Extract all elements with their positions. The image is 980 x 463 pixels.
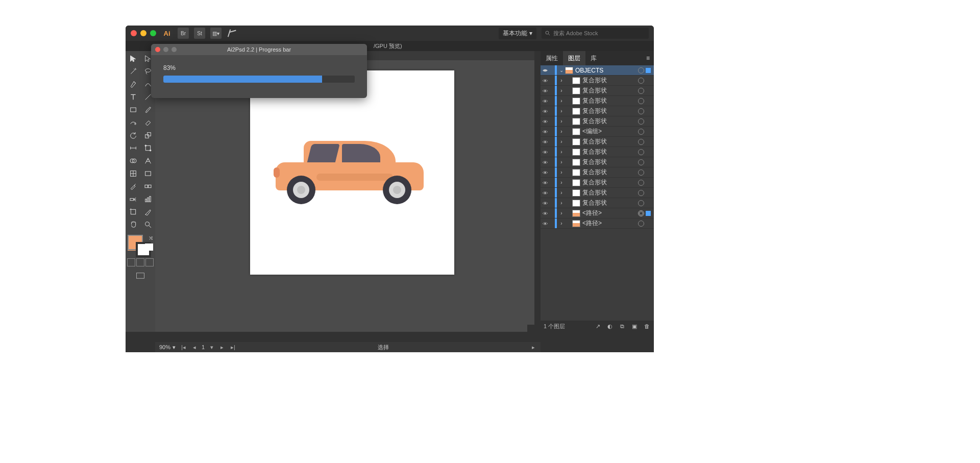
visibility-toggle[interactable] (541, 139, 550, 145)
expand-toggle[interactable]: ⌄ (558, 67, 565, 73)
target-icon[interactable] (638, 129, 644, 135)
scale-tool[interactable] (140, 129, 155, 141)
stock-chip-icon[interactable]: St (194, 28, 205, 39)
visibility-toggle[interactable] (541, 118, 550, 125)
artboard[interactable] (250, 70, 454, 275)
visibility-toggle[interactable] (541, 180, 550, 186)
mesh-tool[interactable] (126, 167, 140, 180)
artboard-tool[interactable] (126, 205, 140, 218)
status-menu[interactable]: ▸ (530, 344, 536, 351)
new-layer-icon[interactable]: ▣ (630, 322, 639, 330)
layer-row[interactable]: ›复合形状 (541, 116, 654, 127)
target-icon[interactable] (638, 169, 644, 176)
layer-row[interactable]: ›<路径> (541, 218, 654, 229)
gradient-tool[interactable] (140, 167, 155, 180)
layer-row[interactable]: ›复合形状 (541, 147, 654, 157)
target-icon[interactable] (638, 67, 644, 74)
visibility-toggle[interactable] (541, 108, 550, 114)
target-icon[interactable] (638, 210, 644, 216)
shape-builder-tool[interactable] (126, 154, 140, 167)
tab-layers[interactable]: 图层 (563, 51, 585, 65)
blend-tool[interactable] (140, 180, 155, 192)
target-icon[interactable] (638, 149, 644, 155)
layer-row[interactable]: ›复合形状 (541, 167, 654, 178)
layer-row[interactable]: ›复合形状 (541, 86, 654, 96)
target-icon[interactable] (638, 159, 644, 165)
visibility-toggle[interactable] (541, 88, 550, 94)
last-artboard-button[interactable]: ▸| (229, 344, 237, 351)
slice-tool[interactable] (140, 205, 155, 218)
target-icon[interactable] (638, 108, 644, 114)
expand-toggle[interactable]: › (558, 210, 565, 216)
magic-wand-tool[interactable] (126, 65, 140, 78)
tab-libraries[interactable]: 库 (585, 51, 602, 65)
expand-toggle[interactable]: › (558, 159, 565, 165)
stock-search[interactable]: 搜索 Adobe Stock (542, 28, 649, 39)
expand-toggle[interactable]: › (558, 180, 565, 185)
bridge-chip-icon[interactable]: Br (178, 28, 189, 39)
first-artboard-button[interactable]: |◂ (180, 344, 187, 351)
width-tool[interactable] (126, 141, 140, 154)
visibility-toggle[interactable] (541, 210, 550, 216)
layer-row[interactable]: ›复合形状 (541, 106, 654, 116)
layer-row[interactable]: ›复合形状 (541, 96, 654, 106)
visibility-toggle[interactable] (541, 129, 550, 135)
expand-toggle[interactable]: › (558, 221, 565, 226)
zoom-tool[interactable] (140, 218, 155, 231)
perspective-tool[interactable] (140, 154, 155, 167)
visibility-toggle[interactable] (541, 67, 550, 74)
rotate-tool[interactable] (126, 129, 140, 141)
layer-row[interactable]: ›<路径> (541, 208, 654, 218)
visibility-toggle[interactable] (541, 149, 550, 155)
visibility-toggle[interactable] (541, 159, 550, 165)
hand-tool[interactable] (126, 218, 140, 231)
close-window[interactable] (131, 30, 137, 36)
artboard-dropdown[interactable]: ▾ (209, 344, 215, 351)
zoom-level[interactable]: 90% ▾ (159, 344, 176, 351)
screen-mode[interactable] (126, 272, 155, 282)
feedback-icon[interactable] (227, 28, 238, 39)
visibility-toggle[interactable] (541, 169, 550, 176)
new-sublayer-icon[interactable]: ⧉ (618, 322, 626, 330)
expand-toggle[interactable]: › (558, 200, 565, 206)
draw-inside-icon[interactable] (145, 258, 154, 266)
visibility-toggle[interactable] (541, 98, 550, 104)
selection-tool[interactable] (126, 52, 140, 65)
eraser-tool[interactable] (140, 116, 155, 129)
layer-row-top[interactable]: ⌄ OBJECTS (541, 65, 654, 76)
expand-toggle[interactable]: › (558, 169, 565, 175)
expand-toggle[interactable]: › (558, 139, 565, 144)
locate-object-icon[interactable]: ↗ (594, 322, 602, 330)
expand-toggle[interactable]: › (558, 190, 565, 196)
target-icon[interactable] (638, 98, 644, 104)
arrange-docs-icon[interactable]: ▥▾ (210, 28, 222, 39)
type-tool[interactable] (126, 90, 140, 103)
layer-row[interactable]: ›复合形状 (541, 157, 654, 167)
expand-toggle[interactable]: › (558, 98, 565, 104)
target-icon[interactable] (638, 221, 644, 227)
target-icon[interactable] (638, 190, 644, 196)
visibility-toggle[interactable] (541, 200, 550, 206)
layer-row[interactable]: ›复合形状 (541, 188, 654, 198)
next-artboard-button[interactable]: ▸ (219, 344, 225, 351)
draw-normal-icon[interactable] (127, 258, 135, 266)
target-icon[interactable] (638, 118, 644, 125)
paintbrush-tool[interactable] (140, 103, 155, 116)
draw-behind-icon[interactable] (136, 258, 144, 266)
eyedropper-tool[interactable] (126, 180, 140, 192)
layer-row[interactable]: ›复合形状 (541, 198, 654, 208)
target-icon[interactable] (638, 180, 644, 186)
expand-toggle[interactable]: › (558, 118, 565, 124)
expand-toggle[interactable]: › (558, 108, 565, 114)
free-transform-tool[interactable] (140, 141, 155, 154)
dialog-close[interactable] (155, 47, 160, 52)
document-tab[interactable]: /GPU 预览) (371, 41, 405, 51)
target-icon[interactable] (638, 88, 644, 94)
panel-collapse-strip[interactable] (534, 51, 541, 332)
rectangle-tool[interactable] (126, 103, 140, 116)
workspace-switcher[interactable]: 基本功能 ▾ (499, 28, 536, 39)
pen-tool[interactable] (126, 78, 140, 90)
target-icon[interactable] (638, 200, 644, 206)
prev-artboard-button[interactable]: ◂ (191, 344, 198, 351)
car-artwork[interactable] (276, 137, 424, 203)
